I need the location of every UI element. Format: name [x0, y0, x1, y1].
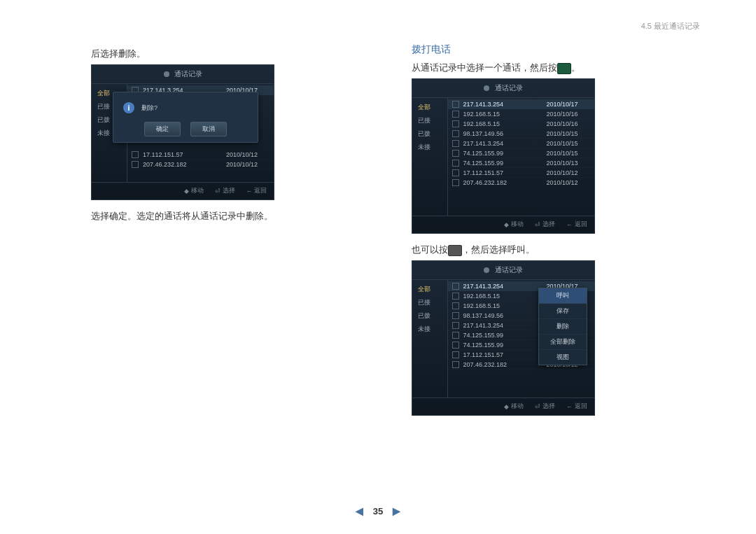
sidebar-missed[interactable]: 未接: [412, 323, 447, 336]
context-menu: 呼叫 保存 删除 全部删除 视图: [538, 288, 587, 365]
menu-view[interactable]: 视图: [539, 350, 587, 365]
cancel-button[interactable]: 取消: [190, 122, 227, 136]
right-column: 拨打电话 从通话记录中选择一个通话，然后按。 通话记录 全部 已接 已拨 未接 …: [412, 43, 701, 416]
list-item[interactable]: 17.112.151.572010/10/12: [448, 168, 594, 178]
confirm-dialog: i 删除? 确定 取消: [113, 92, 258, 143]
list-item[interactable]: 192.168.5.152010/10/16: [448, 109, 594, 119]
list-item[interactable]: 217.141.3.2542010/10/17: [448, 99, 594, 109]
sidebar-all[interactable]: 全部: [412, 283, 447, 296]
screenshot-call-log: 通话记录 全部 已接 已拨 未接 217.141.3.2542010/10/17…: [412, 78, 595, 234]
sidebar-received[interactable]: 已接: [412, 114, 447, 127]
caption-delete: 后选择删除。: [91, 48, 380, 60]
sidebar-dialed[interactable]: 已拨: [412, 309, 447, 323]
caption-confirm: 选择确定。选定的通话将从通话记录中删除。: [91, 210, 380, 223]
list-item[interactable]: 74.125.155.992010/10/15: [448, 148, 594, 158]
call-list: 217.141.3.2542010/10/17192.168.5.152010/…: [448, 98, 594, 216]
phone-icon: [483, 85, 490, 92]
hint-move: ◆ 移动: [184, 187, 204, 195]
phone-icon: [483, 267, 490, 274]
screen-title: 通话记录: [92, 65, 274, 84]
next-page-button[interactable]: ▶: [393, 505, 400, 517]
sidebar: 全部 已接 已拨 未接: [412, 280, 448, 398]
list-item[interactable]: 207.46.232.1822010/10/12: [448, 178, 594, 188]
hint-select: ⏎ 选择: [215, 187, 235, 195]
page-header: 4.5 最近通话记录: [641, 21, 700, 31]
list-item[interactable]: 98.137.149.562010/10/15: [448, 129, 594, 139]
section-make-call: 拨打电话: [412, 43, 701, 56]
dialog-message: 删除?: [141, 104, 158, 113]
sidebar-all[interactable]: 全部: [412, 101, 447, 114]
svg-point-2: [484, 267, 489, 273]
svg-point-0: [164, 71, 169, 77]
call-button-icon: [557, 63, 571, 74]
menu-button-icon: [448, 245, 462, 256]
sidebar-missed[interactable]: 未接: [412, 141, 447, 154]
list-item[interactable]: 74.125.155.992010/10/13: [448, 158, 594, 168]
ok-button[interactable]: 确定: [144, 122, 181, 136]
info-icon: i: [123, 102, 134, 113]
hint-back: ← 返回: [246, 187, 267, 195]
list-item[interactable]: 217.141.3.2542010/10/15: [448, 139, 594, 148]
left-column: 后选择删除。 通话记录 全部 已接 已拨 未接 217.141.3.254201…: [91, 43, 380, 416]
menu-delete-all[interactable]: 全部删除: [539, 335, 587, 350]
footer-hints: ◆ 移动 ⏎ 选择 ← 返回: [92, 182, 274, 199]
screen-title: 通话记录: [412, 79, 594, 98]
screenshot-context-menu: 通话记录 全部 已接 已拨 未接 217.141.3.2542010/10/17…: [412, 260, 595, 416]
menu-call[interactable]: 呼叫: [539, 288, 587, 304]
caption-alt-call: 也可以按，然后选择呼叫。: [412, 244, 701, 256]
screen-title: 通话记录: [412, 261, 594, 280]
menu-save[interactable]: 保存: [539, 304, 587, 319]
phone-icon: [163, 71, 170, 78]
page-number: 35: [373, 506, 383, 517]
caption-select-call: 从通话记录中选择一个通话，然后按。: [412, 62, 701, 74]
footer-hints: ◆ 移动 ⏎ 选择 ← 返回: [412, 216, 594, 233]
prev-page-button[interactable]: ◀: [356, 505, 363, 517]
list-item[interactable]: 192.168.5.152010/10/16: [448, 119, 594, 129]
sidebar-received[interactable]: 已接: [412, 296, 447, 309]
svg-point-1: [484, 85, 489, 91]
footer-hints: ◆ 移动 ⏎ 选择 ← 返回: [412, 398, 594, 415]
page-navigation: ◀ 35 ▶: [356, 505, 400, 517]
list-item[interactable]: 207.46.232.1822010/10/12: [127, 160, 274, 169]
sidebar: 全部 已接 已拨 未接: [412, 98, 448, 216]
list-item[interactable]: 17.112.151.572010/10/12: [127, 150, 274, 160]
screenshot-delete-dialog: 通话记录 全部 已接 已拨 未接 217.141.3.2542010/10/17…: [91, 64, 274, 200]
menu-delete[interactable]: 删除: [539, 319, 587, 335]
sidebar-dialed[interactable]: 已拨: [412, 127, 447, 141]
